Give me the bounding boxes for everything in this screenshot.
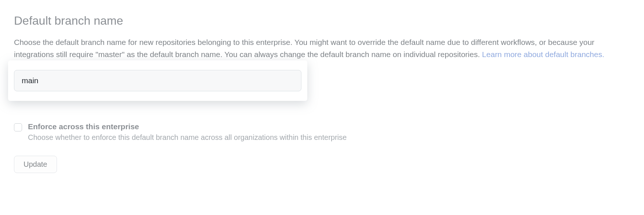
- default-branch-input[interactable]: [14, 70, 301, 91]
- learn-more-link[interactable]: Learn more about default branches.: [482, 50, 604, 59]
- branch-input-wrapper: [8, 60, 307, 101]
- enforce-description: Choose whether to enforce this default b…: [28, 133, 347, 142]
- enforce-checkbox[interactable]: [14, 123, 22, 131]
- section-title: Default branch name: [14, 14, 630, 28]
- update-button[interactable]: Update: [14, 156, 57, 173]
- enforce-content: Enforce across this enterprise Choose wh…: [28, 122, 347, 142]
- section-description: Choose the default branch name for new r…: [14, 36, 630, 60]
- enforce-section: Enforce across this enterprise Choose wh…: [14, 122, 630, 142]
- enforce-label[interactable]: Enforce across this enterprise: [28, 122, 347, 131]
